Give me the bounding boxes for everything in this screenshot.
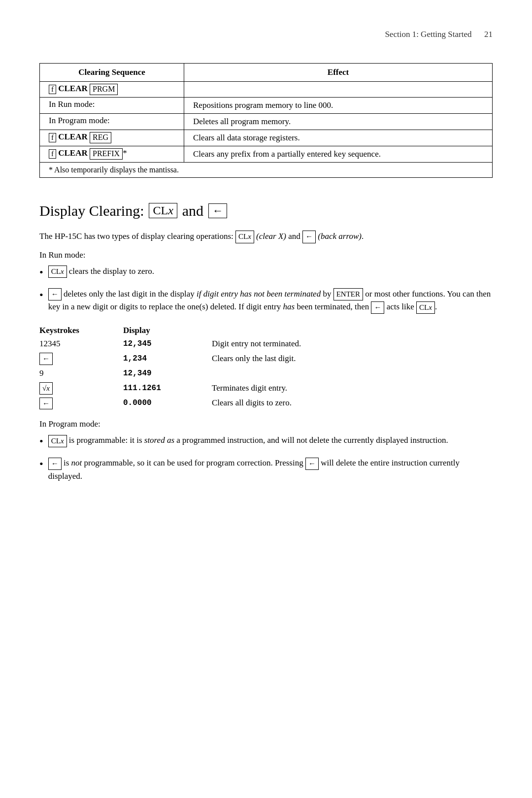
run-mode-bullets: • CLx clears the display to zero. • ← de… (39, 265, 493, 314)
clear-x-label: (clear X) (256, 232, 286, 241)
bullet-dot-p1: • (39, 433, 43, 450)
ks-disp-9: 12,349 (123, 367, 212, 379)
ks-disp-arrow2: 0.0000 (123, 397, 212, 409)
footnote-cell: * Also temporarily displays the mantissa… (40, 162, 493, 177)
header-text: Section 1: Getting Started (385, 30, 471, 39)
f-key-prefix: f (49, 149, 56, 159)
bullet-program-clx-text: CLx is programmable: it is stored as a p… (48, 434, 448, 447)
arrow-key-ks2: ← (39, 398, 53, 410)
clear-label-reg: CLEAR (58, 132, 90, 141)
ks-row-12345: 12345 12,345 Digit entry not terminated. (39, 337, 493, 350)
ks-desc-12345: Digit entry not terminated. (212, 337, 301, 350)
back-arrow-label: (back arrow) (318, 232, 362, 241)
ks-desc-arrow2: Clears all digits to zero. (212, 397, 292, 409)
reg-key: REG (90, 132, 111, 143)
col1-header: Clearing Sequence (40, 64, 184, 82)
clx-key-heading: CLx (149, 203, 177, 218)
table-row: In Program mode: Deletes all program mem… (40, 113, 493, 130)
seq-cell: f CLEAR PRGM (40, 82, 184, 98)
ks-disp-12345: 12,345 (123, 338, 212, 350)
table-row: f CLEAR REG Clears all data storage regi… (40, 130, 493, 146)
heading-and: and (182, 202, 203, 219)
clear-label-prefix: CLEAR (58, 148, 90, 158)
arrow-key-ks1: ← (39, 353, 53, 365)
ks-col-key-header: Keystrokes (39, 326, 123, 335)
arrow-inline: ← (302, 231, 316, 243)
arrow-key-prog2: ← (305, 458, 319, 470)
ks-key-12345: 12345 (39, 337, 123, 350)
section-heading: Display Clearing: CLx and ← (39, 202, 493, 219)
bullet-program-arrow: • ← is not programmable, so it can be us… (39, 457, 493, 483)
arrow-key-bullet2: ← (371, 301, 384, 314)
effect-program: Deletes all program memory. (184, 113, 493, 130)
ks-row-9: 9 12,349 (39, 367, 493, 380)
arrow-key-bullet: ← (48, 288, 62, 300)
prefix-key: PREFIX (90, 148, 123, 160)
ks-row-arrow2: ← 0.0000 Clears all digits to zero. (39, 397, 493, 409)
seq-indent-program: In Program mode: (40, 113, 184, 130)
program-mode-label: In Program mode: (39, 419, 493, 429)
seq-indent-run: In Run mode: (40, 97, 184, 113)
clear-label: CLEAR (58, 84, 90, 93)
ks-disp-arrow1: 1,234 (123, 353, 212, 365)
keystrokes-section: Keystrokes Display 12345 12,345 Digit en… (39, 326, 493, 409)
bullet-arrow: • ← deletes only the last digit in the d… (39, 288, 493, 314)
prgm-key: PRGM (90, 84, 118, 95)
run-mode-label: In Run mode: (39, 250, 493, 260)
clx-inline: CLx (235, 231, 254, 243)
ks-key-sqrt: √x (39, 381, 123, 394)
ks-row-arrow1: ← 1,234 Clears only the last digit. (39, 352, 493, 365)
clx-key-prog: CLx (48, 435, 67, 447)
ks-key-9: 9 (39, 367, 123, 380)
intro-paragraph: The HP-15C has two types of display clea… (39, 230, 493, 243)
f-key: f (49, 85, 56, 94)
ks-disp-sqrt: 111.1261 (123, 382, 212, 394)
ks-desc-arrow1: Clears only the last digit. (212, 352, 296, 365)
bullet-program-arrow-text: ← is not programmable, so it can be used… (48, 457, 493, 483)
clx-key-bullet: CLx (48, 266, 67, 278)
sqrt-key-box: √x (39, 382, 53, 395)
footnote-row: * Also temporarily displays the mantissa… (40, 162, 493, 177)
effect-cell (184, 82, 493, 98)
bullet-clx-text: CLx clears the display to zero. (48, 265, 154, 278)
bullet-clx: • CLx clears the display to zero. (39, 265, 493, 281)
bullet-arrow-text: ← deletes only the last digit in the dis… (48, 288, 493, 314)
arrow-key-prog: ← (48, 458, 62, 470)
effect-reg: Clears all data storage registers. (184, 130, 493, 146)
arrow-key-heading: ← (208, 203, 227, 218)
seq-prefix: f CLEAR PREFIX* (40, 146, 184, 162)
col2-header: Effect (184, 64, 493, 82)
clx-key-bullet2: CLx (416, 301, 435, 314)
ks-col-disp-header: Display (123, 326, 212, 335)
effect-prefix: Clears any prefix from a partially enter… (184, 146, 493, 162)
effect-run: Repositions program memory to line 000. (184, 97, 493, 113)
bullet-dot-2: • (39, 287, 43, 303)
table-row: f CLEAR PRGM (40, 82, 493, 98)
ks-header-row: Keystrokes Display (39, 326, 493, 335)
table-row: In Run mode: Repositions program memory … (40, 97, 493, 113)
heading-text: Display Clearing: (39, 202, 144, 219)
ks-key-arrow2: ← (39, 397, 123, 409)
bullet-dot-1: • (39, 264, 43, 281)
page-number: 21 (484, 30, 493, 39)
bullet-program-clx: • CLx is programmable: it is stored as a… (39, 434, 493, 450)
clearing-table: Clearing Sequence Effect f CLEAR PRGM In… (39, 63, 493, 178)
program-mode-bullets: • CLx is programmable: it is stored as a… (39, 434, 493, 483)
enter-key-bullet: ENTER (333, 288, 363, 300)
table-row: f CLEAR PREFIX* Clears any prefix from a… (40, 146, 493, 162)
ks-key-arrow1: ← (39, 352, 123, 365)
ks-desc-sqrt: Terminates digit entry. (212, 382, 287, 395)
ks-row-sqrt: √x 111.1261 Terminates digit entry. (39, 381, 493, 394)
f-key-reg: f (49, 133, 56, 142)
seq-reg: f CLEAR REG (40, 130, 184, 146)
page-header: Section 1: Getting Started 21 (39, 30, 493, 43)
bullet-dot-p2: • (39, 456, 43, 472)
